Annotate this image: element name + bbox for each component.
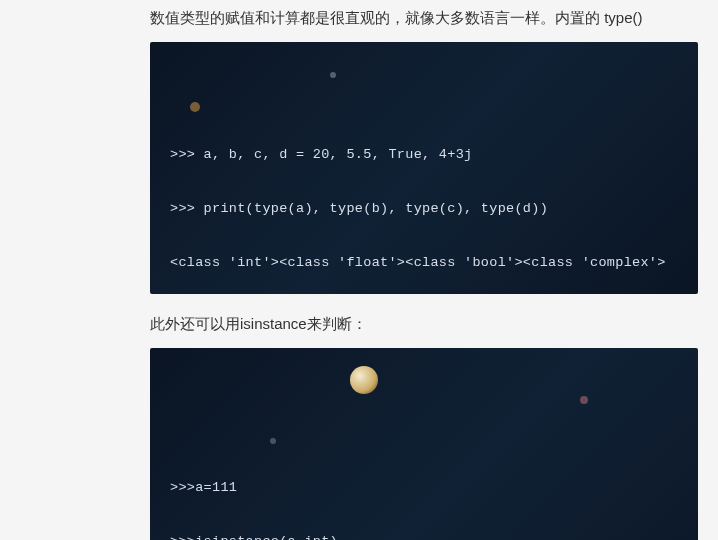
code-line: <class 'int'><class 'float'><class 'bool… (170, 255, 666, 270)
code-line: >>> print(type(a), type(b), type(c), typ… (170, 201, 548, 216)
paragraph-isinstance: 此外还可以用isinstance来判断： (150, 312, 698, 336)
code-block-2: >>>a=111 >>>isinstance(a,int) True >>> (150, 348, 698, 540)
document-page: 数值类型的赋值和计算都是很直观的，就像大多数语言一样。内置的 type() >>… (0, 6, 718, 540)
paragraph-intro: 数值类型的赋值和计算都是很直观的，就像大多数语言一样。内置的 type() (150, 6, 698, 30)
code-line: >>>a=111 (170, 480, 237, 495)
code-line: >>> a, b, c, d = 20, 5.5, True, 4+3j (170, 147, 472, 162)
code-line: >>>isinstance(a,int) (170, 534, 338, 540)
code-block-1: >>> a, b, c, d = 20, 5.5, True, 4+3j >>>… (150, 42, 698, 294)
